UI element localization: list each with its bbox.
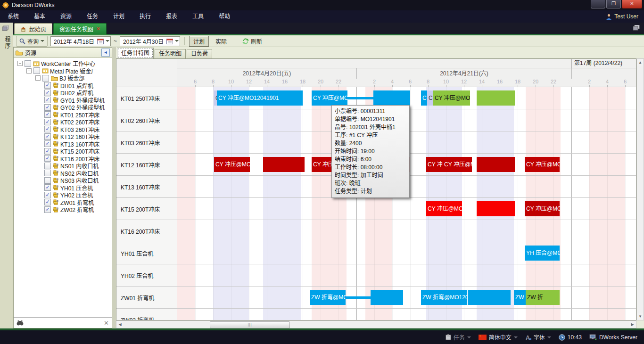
tree-checkbox[interactable]: ✓ — [44, 155, 51, 162]
tree-node[interactable]: ✓GY01 外桶成型机 — [14, 97, 112, 104]
vertical-scrollbar[interactable]: ▲ ▼ — [636, 58, 644, 320]
window-list-icon[interactable] — [633, 25, 640, 31]
chevron-down-icon[interactable] — [514, 336, 518, 338]
tree-checkbox[interactable] — [42, 75, 49, 82]
tree-checkbox[interactable] — [44, 170, 51, 176]
tree-checkbox[interactable]: ✓ — [44, 199, 51, 205]
menu-item-资源[interactable]: 资源 — [53, 10, 79, 23]
scroll-right-icon[interactable]: ▶ — [629, 321, 636, 328]
task-bar[interactable]: CY 冲压@MO1 — [525, 157, 560, 172]
tree-checkbox[interactable]: ✓ — [44, 192, 51, 198]
chevron-down-icon[interactable] — [106, 40, 109, 42]
task-bar[interactable]: CY 冲压@MO12041901 — [217, 90, 303, 106]
task-bar[interactable]: CY 冲压@MO1 — [525, 201, 560, 216]
subtab-任务甘特图[interactable]: 任务甘特图 — [117, 48, 154, 58]
tree-checkbox[interactable] — [33, 67, 40, 74]
menu-item-工具[interactable]: 工具 — [185, 10, 211, 23]
tree-node[interactable]: ✓KT16 200T冲床 — [14, 155, 112, 163]
tree-checkbox[interactable]: ✓ — [44, 184, 51, 191]
task-bar[interactable]: YH 压合@MO1 — [525, 246, 560, 261]
tree-checkbox[interactable] — [44, 177, 51, 184]
tree-node[interactable]: ✓GY02 外桶成型机 — [14, 104, 112, 111]
plan-toggle-button[interactable]: 计划 — [189, 36, 209, 47]
task-bar[interactable]: CY 冲压@MO12041901 — [312, 90, 347, 106]
task-bar[interactable]: CY 冲压@MO12041904 — [214, 157, 250, 172]
chevron-down-icon[interactable] — [175, 40, 179, 42]
tree-node[interactable]: ✓DH01 点焊机 — [14, 82, 112, 90]
tree-node[interactable]: ✓YH02 压合机 — [14, 191, 112, 199]
tree-expander-icon[interactable]: – — [35, 75, 41, 81]
tree-node[interactable]: ✓KT12 160T冲床 — [14, 133, 112, 140]
date-from-field[interactable]: 2012年 4月18日 — [50, 36, 111, 46]
close-button[interactable]: ✕ — [622, 0, 642, 8]
tree-node[interactable]: ✓KT15 200T冲床 — [14, 147, 112, 155]
tree-checkbox[interactable] — [25, 60, 31, 67]
tree-node[interactable]: –WorkCenter 工作中心 — [14, 60, 112, 67]
tree-checkbox[interactable]: ✓ — [44, 126, 51, 132]
tree-checkbox[interactable]: ✓ — [44, 90, 51, 96]
task-bar[interactable]: ZW 折弯@MO12041901 — [421, 290, 467, 305]
task-bar[interactable] — [468, 290, 511, 305]
tree-checkbox[interactable]: ✓ — [44, 82, 51, 89]
task-bar[interactable] — [477, 90, 515, 106]
task-bar[interactable]: ZW — [514, 290, 526, 305]
status-item-DWorks Server[interactable]: DWorks Server — [589, 334, 637, 341]
task-bar[interactable]: ZW 折弯@MO12041901 — [310, 290, 346, 305]
subtab-任务明细[interactable]: 任务明细 — [155, 49, 186, 58]
tree-node[interactable]: ✓KT02 260T冲床 — [14, 118, 112, 126]
tab-start-page[interactable]: 起始页 — [14, 23, 52, 34]
tree-checkbox[interactable]: ✓ — [44, 206, 51, 213]
tab-close-icon[interactable]: ✕ — [96, 26, 100, 32]
chevron-down-icon[interactable] — [467, 336, 471, 338]
menu-item-基本[interactable]: 基本 — [26, 10, 53, 23]
scrollbar-thumb[interactable]: ||| — [210, 321, 290, 328]
task-bar[interactable] — [477, 157, 515, 172]
tree-node[interactable]: ✓KT03 260T冲床 — [14, 126, 112, 133]
tree-node[interactable]: ✓KT13 160T冲床 — [14, 140, 112, 148]
tree-checkbox[interactable]: ✓ — [44, 111, 51, 118]
task-bar[interactable] — [373, 90, 410, 106]
tree-node[interactable]: ✓ZW02 折弯机 — [14, 206, 112, 213]
task-bar[interactable]: CY 冲 CY 冲压@MO12041904 — [426, 157, 472, 172]
menu-item-系统[interactable]: 系统 — [0, 10, 26, 23]
tree-expander-icon[interactable]: – — [17, 61, 23, 66]
menu-item-任务[interactable]: 任务 — [79, 10, 106, 23]
tree-node[interactable]: –BJ 钣金部 — [14, 74, 112, 82]
task-bar[interactable]: C — [421, 90, 427, 106]
actual-toggle-button[interactable]: 实际 — [212, 36, 231, 46]
tree-checkbox[interactable]: ✓ — [44, 97, 51, 103]
query-button[interactable]: 查询 — [16, 36, 48, 47]
tree-node[interactable]: NS02 内收口机 — [14, 170, 112, 177]
tab-resource-task-view[interactable]: 资源任务视图 ✕ — [53, 23, 107, 34]
scroll-up-icon[interactable]: ▲ — [637, 59, 643, 66]
menu-item-帮助[interactable]: 帮助 — [211, 10, 238, 23]
status-item-10:43[interactable]: 10:43 — [559, 334, 582, 341]
tree-node[interactable]: NS03 内收口机 — [14, 177, 112, 184]
menu-item-报表[interactable]: 报表 — [158, 10, 185, 23]
tree-node[interactable]: ✓YH01 压合机 — [14, 184, 112, 192]
tree-checkbox[interactable] — [44, 163, 51, 169]
panel-splitter[interactable] — [112, 47, 116, 328]
task-bar[interactable] — [477, 201, 515, 216]
horizontal-scrollbar[interactable]: ◀ ▶ ||| — [116, 320, 636, 328]
task-bar[interactable]: ZW 折 — [526, 290, 560, 305]
scroll-down-icon[interactable]: ▼ — [637, 313, 643, 319]
status-item-字体[interactable]: A字体 — [525, 333, 551, 341]
restore-button[interactable]: ❐ — [606, 0, 621, 8]
task-bar[interactable] — [263, 157, 305, 172]
chevron-down-icon[interactable] — [41, 40, 44, 42]
status-item-任务[interactable]: 任务 — [446, 333, 471, 341]
tree-node[interactable]: NS01 内收口机 — [14, 162, 112, 170]
tree-checkbox[interactable]: ✓ — [44, 148, 51, 155]
task-bar[interactable]: C — [427, 90, 433, 106]
status-item-简体中文[interactable]: 简体中文 — [479, 333, 518, 341]
calendar-icon[interactable] — [97, 38, 104, 44]
calendar-icon[interactable] — [166, 38, 173, 44]
task-bar[interactable] — [371, 290, 403, 305]
chevron-down-icon[interactable] — [547, 336, 551, 338]
tree-checkbox[interactable]: ✓ — [44, 133, 51, 140]
tree-node[interactable]: ✓ZW01 折弯机 — [14, 199, 112, 206]
subtab-日负荷[interactable]: 日负荷 — [187, 49, 212, 58]
tree-checkbox[interactable]: ✓ — [44, 119, 51, 125]
tree-node[interactable]: ✓DH02 点焊机 — [14, 89, 112, 97]
